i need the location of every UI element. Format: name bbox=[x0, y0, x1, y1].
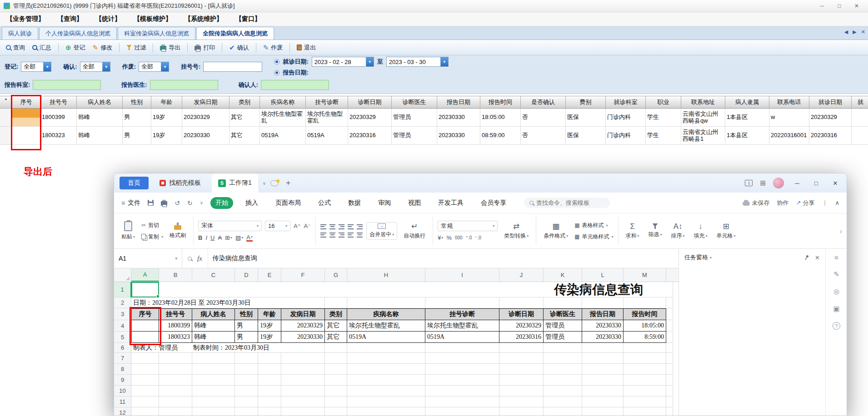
sheet-cell[interactable] bbox=[131, 375, 159, 386]
align-left-icon[interactable] bbox=[320, 233, 326, 238]
column-header[interactable]: 费别 bbox=[566, 96, 606, 109]
formula-content[interactable]: 传染病信息查询 bbox=[208, 254, 678, 262]
format-painter-button[interactable]: 格式刷 bbox=[167, 222, 189, 240]
sheet-cell[interactable]: 男 bbox=[235, 332, 258, 343]
column-header[interactable]: A bbox=[131, 268, 159, 282]
print-icon[interactable] bbox=[161, 201, 167, 206]
sheet-cell[interactable] bbox=[281, 364, 325, 375]
column-header[interactable]: K bbox=[544, 268, 582, 282]
sheet-cell[interactable] bbox=[624, 396, 666, 407]
sheet-cell[interactable] bbox=[582, 375, 624, 386]
align-top-icon[interactable] bbox=[320, 224, 326, 229]
fx-button[interactable]: fx bbox=[197, 255, 202, 262]
sheet-cell[interactable] bbox=[624, 297, 666, 308]
report-date-radio[interactable] bbox=[274, 70, 279, 75]
ribbon-scroll-right[interactable]: › bbox=[840, 228, 842, 235]
more-menu-button[interactable]: ⋮ bbox=[822, 199, 828, 206]
justify-icon[interactable] bbox=[348, 233, 354, 238]
sheet-cell[interactable] bbox=[666, 282, 673, 297]
confirm-select[interactable]: 全部 ▾ bbox=[80, 62, 110, 72]
sheet-cell[interactable]: 20230316 bbox=[499, 332, 544, 343]
sheet-cell[interactable]: 诊断医生 bbox=[544, 308, 582, 320]
sheet-cell[interactable] bbox=[192, 396, 235, 407]
sheet-cell[interactable]: 诊断日期 bbox=[499, 308, 544, 320]
sheet-cell[interactable] bbox=[544, 297, 582, 308]
sort-button[interactable]: A↕ 排序▾ bbox=[668, 222, 688, 241]
sheet-cell[interactable] bbox=[499, 396, 544, 407]
row-header[interactable]: 11 bbox=[114, 396, 131, 407]
column-header[interactable]: B bbox=[159, 268, 192, 282]
report-dept-input[interactable] bbox=[33, 80, 101, 90]
sheet-body[interactable]: 1 2 日期：2023年02月28日 至 2023年03月30日 3 序号 挂号… bbox=[114, 282, 678, 416]
sheet-cell[interactable]: 疾病名称 bbox=[347, 308, 425, 320]
column-header[interactable]: 病人隶属 bbox=[725, 96, 769, 109]
collaborate-button[interactable]: 协作 bbox=[777, 199, 789, 207]
sheet-cell[interactable] bbox=[192, 353, 235, 364]
sheet-cell[interactable]: 年龄 bbox=[258, 308, 281, 320]
tab-close-button[interactable]: ✕ bbox=[861, 29, 865, 35]
sheet-cell[interactable] bbox=[159, 364, 192, 375]
sheet-cell[interactable] bbox=[347, 297, 425, 308]
sheet-cell[interactable] bbox=[582, 353, 624, 364]
sheet-cell[interactable] bbox=[666, 375, 673, 386]
sheet-cell[interactable] bbox=[425, 386, 499, 396]
sheet-cell[interactable] bbox=[258, 375, 281, 386]
ribbon-tab-home[interactable]: 开始 bbox=[210, 197, 233, 209]
table-style-button[interactable]: ▦ 表格样式▾ bbox=[574, 222, 613, 229]
sheet-cell[interactable]: 发病日期 bbox=[281, 308, 325, 320]
sheet-cell[interactable]: 20230329 bbox=[281, 320, 325, 332]
row-header[interactable]: 12 bbox=[114, 407, 131, 416]
sheet-cell[interactable]: 挂号诊断 bbox=[425, 308, 499, 320]
ribbon-tab-formulas[interactable]: 公式 bbox=[313, 197, 336, 209]
quick-toolbar-dropdown[interactable]: ∨ bbox=[200, 200, 203, 205]
column-header[interactable]: 挂号号 bbox=[40, 96, 77, 109]
align-middle-icon[interactable] bbox=[329, 224, 335, 229]
column-header[interactable]: 联系电话 bbox=[769, 96, 809, 109]
column-header[interactable]: 就诊日期 bbox=[809, 96, 852, 109]
column-header[interactable]: 挂号诊断 bbox=[306, 96, 348, 109]
column-header[interactable]: 职业 bbox=[646, 96, 681, 109]
menu-system[interactable]: 【系统维护】 bbox=[185, 15, 223, 23]
sheet-cell[interactable] bbox=[666, 297, 673, 308]
row-header[interactable]: 7 bbox=[114, 353, 131, 364]
invalid-select[interactable]: 全部 ▾ bbox=[139, 62, 169, 72]
percent-button[interactable]: % bbox=[446, 234, 452, 241]
tab-next-button[interactable]: ▶ bbox=[853, 29, 856, 35]
sheet-cell[interactable]: 8:59:00 bbox=[624, 332, 666, 343]
font-color-button[interactable]: A▾ bbox=[246, 234, 253, 242]
sheet-cell[interactable] bbox=[258, 396, 281, 407]
sheet-cell[interactable]: 挂号号 bbox=[159, 308, 192, 320]
ribbon-tab-review[interactable]: 审阅 bbox=[373, 197, 396, 209]
app-grid-icon[interactable]: ⊞ bbox=[760, 179, 766, 187]
name-box[interactable]: A1 ▾ bbox=[114, 249, 182, 268]
sum-button[interactable]: Σ 求和▾ bbox=[623, 222, 642, 241]
column-header[interactable]: 年龄 bbox=[151, 96, 182, 109]
sheet-cell[interactable]: 18:05:00 bbox=[624, 320, 666, 332]
confirmer-input[interactable] bbox=[261, 80, 329, 90]
sheet-cell[interactable] bbox=[347, 407, 425, 416]
table-row[interactable]: 1800399 韩峰 男 19岁 20230329 其它 埃尔托生物型霍乱 埃尔… bbox=[0, 109, 868, 127]
sheet-cell[interactable] bbox=[192, 375, 235, 386]
sheet-cell[interactable] bbox=[235, 364, 258, 375]
sheet-cell[interactable] bbox=[425, 375, 499, 386]
sheet-cell[interactable]: 男 bbox=[235, 320, 258, 332]
sheet-cell[interactable] bbox=[235, 407, 258, 416]
workbook-tab[interactable]: S 工作簿1 bbox=[212, 173, 258, 193]
sheet-cell[interactable] bbox=[666, 353, 673, 364]
align-center-icon[interactable] bbox=[329, 233, 335, 238]
report-doctor-input[interactable] bbox=[150, 80, 218, 90]
sheet-cell[interactable]: 韩峰 bbox=[192, 332, 235, 343]
row-header[interactable]: 5 bbox=[114, 332, 131, 343]
copy-button[interactable]: 复制▾ bbox=[141, 233, 163, 241]
sheet-cell[interactable] bbox=[582, 343, 624, 353]
sheet-cell[interactable] bbox=[347, 364, 425, 375]
strip-help-icon[interactable]: ? bbox=[833, 322, 840, 330]
sheet-cell[interactable]: 类别 bbox=[325, 308, 347, 320]
tab-department-infection[interactable]: 科室传染病病人信息浏览 bbox=[118, 27, 195, 40]
sheet-cell[interactable] bbox=[624, 386, 666, 396]
sheet-cell[interactable]: 埃尔托生物型霍乱 bbox=[425, 320, 499, 332]
sheet-cell[interactable] bbox=[159, 353, 192, 364]
column-header[interactable]: 发病日期 bbox=[182, 96, 229, 109]
wrap-text-button[interactable]: ↵ 自动换行 bbox=[401, 222, 428, 241]
sheet-cell[interactable] bbox=[624, 407, 666, 416]
